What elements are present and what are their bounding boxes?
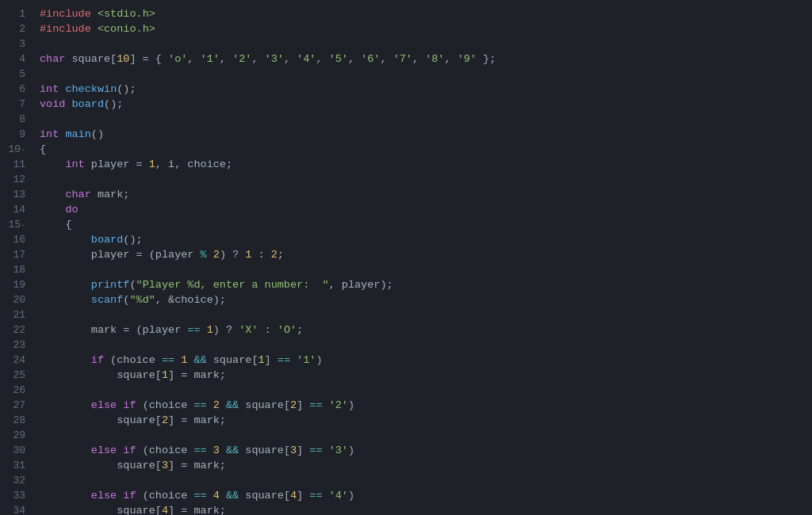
line-numbers: 12345678910·1112131415·16171819202122232…	[0, 0, 33, 515]
line-number: 7	[0, 97, 33, 112]
code-line: #include <stdio.h>	[40, 6, 812, 21]
code-line	[40, 383, 812, 398]
code-line	[40, 262, 812, 277]
code-line: char mark;	[40, 187, 812, 202]
code-line: {	[40, 142, 812, 157]
code-line: int player = 1, i, choice;	[40, 157, 812, 172]
line-number: 13	[0, 187, 33, 202]
line-number: 34	[0, 503, 33, 515]
line-number: 18	[0, 262, 33, 277]
code-line: printf("Player %d, enter a number: ", pl…	[40, 277, 812, 292]
code-editor: 12345678910·1112131415·16171819202122232…	[0, 0, 812, 515]
code-line	[40, 172, 812, 187]
line-number: 4	[0, 52, 33, 67]
code-line: else if (choice == 3 && square[3] == '3'…	[40, 443, 812, 458]
code-line	[40, 307, 812, 322]
line-number: 8	[0, 112, 33, 127]
code-line: do	[40, 202, 812, 217]
line-number: 22	[0, 322, 33, 338]
code-line	[40, 67, 812, 82]
line-number: 19	[0, 277, 33, 292]
code-line: square[2] = mark;	[40, 413, 812, 428]
line-number: 21	[0, 307, 33, 322]
code-line: if (choice == 1 && square[1] == '1')	[40, 353, 812, 368]
code-line: square[4] = mark;	[40, 503, 812, 515]
code-line: square[3] = mark;	[40, 458, 812, 473]
line-number: 27	[0, 398, 33, 413]
line-number: 24	[0, 353, 33, 368]
code-line	[40, 473, 812, 488]
line-number: 12	[0, 172, 33, 187]
line-number: 25	[0, 368, 33, 383]
line-number: 3	[0, 36, 33, 52]
line-number: 16	[0, 232, 33, 247]
code-area[interactable]: #include <stdio.h>#include <conio.h> cha…	[33, 0, 812, 515]
line-number: 28	[0, 413, 33, 428]
code-line: int main()	[40, 127, 812, 142]
line-number: 10·	[0, 142, 33, 157]
code-line: {	[40, 217, 812, 232]
line-number: 9	[0, 127, 33, 142]
line-number: 29	[0, 428, 33, 443]
line-number: 6	[0, 82, 33, 97]
code-line	[40, 338, 812, 353]
line-number: 14	[0, 202, 33, 217]
code-line: else if (choice == 2 && square[2] == '2'…	[40, 398, 812, 413]
line-number: 15·	[0, 217, 33, 232]
code-line: void board();	[40, 97, 812, 112]
code-line: mark = (player == 1) ? 'X' : 'O';	[40, 322, 812, 338]
line-number: 1	[0, 6, 33, 21]
code-line: board();	[40, 232, 812, 247]
code-line: player = (player % 2) ? 1 : 2;	[40, 247, 812, 262]
line-number: 33	[0, 488, 33, 503]
code-line	[40, 428, 812, 443]
code-line: #include <conio.h>	[40, 21, 812, 36]
code-line: square[1] = mark;	[40, 368, 812, 383]
line-number: 5	[0, 67, 33, 82]
code-line	[40, 112, 812, 127]
line-number: 17	[0, 247, 33, 262]
line-number: 30	[0, 443, 33, 458]
line-number: 11	[0, 157, 33, 172]
line-number: 31	[0, 458, 33, 473]
line-number: 26	[0, 383, 33, 398]
code-line: scanf("%d", &choice);	[40, 292, 812, 307]
line-number: 32	[0, 473, 33, 488]
code-line	[40, 36, 812, 52]
code-line: int checkwin();	[40, 82, 812, 97]
code-line: else if (choice == 4 && square[4] == '4'…	[40, 488, 812, 503]
line-number: 20	[0, 292, 33, 307]
line-number: 23	[0, 338, 33, 353]
code-line: char square[10] = { 'o', '1', '2', '3', …	[40, 52, 812, 67]
line-number: 2	[0, 21, 33, 36]
